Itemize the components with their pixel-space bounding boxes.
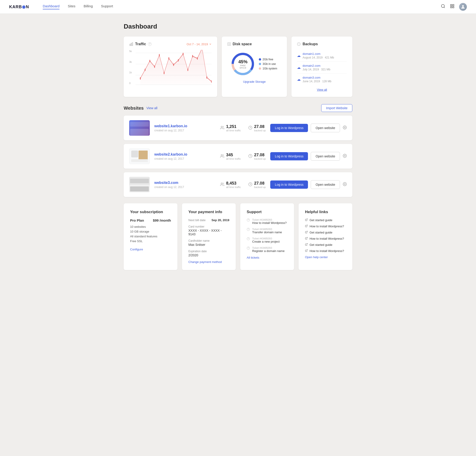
backup-item: ☁ domain3.com June 14, 2019 128 Mb — [297, 74, 347, 85]
support-item-4: Ticket #43485093 Register a domain name — [247, 247, 288, 253]
backups-view-all-link[interactable]: View all — [297, 88, 347, 91]
svg-rect-2 — [451, 5, 452, 6]
backup-domain-3[interactable]: domain3.com — [302, 76, 331, 79]
legend-dot-free — [259, 58, 261, 60]
traffic-card-header: Traffic ? Oct 7 - 14, 2019 — [129, 42, 212, 46]
help-circle-icon-4 — [247, 247, 250, 250]
menu-icon[interactable] — [450, 4, 455, 10]
svg-point-20 — [168, 57, 169, 60]
websites-title: Websites View all — [124, 106, 157, 111]
backups-title: Backups — [297, 42, 318, 46]
helpful-item-2: How to install Wordpress? — [305, 224, 346, 228]
people-icon — [220, 126, 224, 131]
website-3-stats: 8,453 all time traffic 27.08 backed up — [220, 181, 266, 189]
website-2-info: website2.karbon.io created on aug 12, 20… — [154, 152, 216, 160]
svg-point-31 — [229, 44, 230, 45]
support-card: Support Ticket #43485093 How to install … — [240, 203, 294, 270]
legend-item: 2Gb free — [259, 58, 277, 61]
website-1-info: website1.karbon.io created on aug 12, 20… — [154, 124, 216, 132]
legend-item: 1Gb system — [259, 67, 277, 70]
traffic-title: Traffic ? — [129, 42, 152, 46]
website-3-name[interactable]: website3.com — [154, 181, 178, 185]
svg-point-39 — [344, 127, 345, 128]
svg-point-6 — [462, 5, 464, 7]
traffic-stat-2: 345 all time traffic — [220, 153, 241, 160]
traffic-stat-3: 8,453 all time traffic — [220, 181, 241, 189]
svg-point-42 — [344, 155, 345, 156]
svg-point-25 — [192, 55, 193, 57]
helpful-item-4: How to install Wordpress? — [305, 237, 346, 240]
help-circle-icon-2 — [247, 228, 250, 232]
cloud-icon: ☁ — [297, 65, 301, 70]
people-icon-2 — [220, 154, 224, 159]
support-item-2: Ticket #43485093 Transfer domain name — [247, 228, 288, 234]
website-2-name[interactable]: website2.karbon.io — [154, 152, 187, 156]
external-link-icon-6 — [305, 249, 308, 253]
nav-billing[interactable]: Billing — [84, 4, 93, 9]
svg-point-26 — [197, 57, 198, 60]
wordpress-login-btn-3[interactable]: Log in to Wordpress — [270, 181, 308, 189]
settings-btn-1[interactable] — [343, 125, 347, 131]
bar-chart-icon — [129, 42, 133, 46]
svg-point-16 — [149, 60, 150, 62]
nav-right — [441, 3, 467, 11]
svg-rect-3 — [453, 5, 454, 6]
settings-btn-3[interactable] — [343, 182, 347, 187]
website-1-name[interactable]: website1.karbon.io — [154, 124, 187, 128]
support-title: Support — [247, 210, 288, 214]
disk-card-header: Disk space — [227, 42, 282, 46]
svg-point-19 — [164, 72, 165, 74]
backup-icon-1 — [248, 126, 252, 131]
open-website-btn-3[interactable]: Open website — [311, 180, 340, 189]
open-website-btn-1[interactable]: Open website — [311, 124, 340, 132]
backups-card-header: Backups — [297, 42, 347, 46]
configure-link[interactable]: Configure — [130, 248, 143, 251]
website-card-3: website3.com created on aug 12, 2017 8,4… — [124, 172, 352, 197]
website-card-2: website2.karbon.io created on aug 12, 20… — [124, 144, 352, 169]
traffic-card: Traffic ? Oct 7 - 14, 2019 5k 3k 1k 0 — [124, 37, 217, 97]
logo: KARB◉N — [9, 4, 29, 9]
disk-icon — [227, 42, 231, 46]
website-2-stats: 345 all time traffic 27.08 backed up — [220, 153, 266, 160]
payment-title: Your payment info — [188, 210, 229, 214]
backups-card: Backups ☁ domain1.com August 14, 2019 42… — [291, 37, 352, 97]
page-title: Dashboard — [124, 23, 352, 30]
backup-domain-2[interactable]: domain2.com — [302, 64, 330, 67]
nav-dashboard[interactable]: Dashboard — [43, 4, 60, 9]
people-icon-3 — [220, 182, 224, 187]
website-thumb-2 — [129, 149, 150, 164]
traffic-help-icon: ? — [148, 42, 152, 46]
help-circle-icon-1 — [247, 218, 250, 222]
backup-domain-1[interactable]: domain1.com — [302, 52, 334, 56]
settings-btn-2[interactable] — [343, 154, 347, 159]
svg-point-43 — [221, 183, 222, 184]
cardholder-row: Cardholder name Max Snitser — [188, 239, 229, 247]
import-website-button[interactable]: Import Website — [321, 104, 352, 112]
nav-sites[interactable]: Sites — [68, 4, 75, 9]
date-range-selector[interactable]: Oct 7 - 14, 2019 — [187, 42, 212, 46]
wordpress-login-btn-1[interactable]: Log in to Wordpress — [270, 124, 308, 132]
open-help-center-link[interactable]: Open help center — [305, 255, 346, 259]
svg-point-21 — [173, 64, 174, 66]
navbar: KARB◉N Dashboard Sites Billing Support — [0, 0, 476, 14]
avatar[interactable] — [459, 3, 467, 11]
svg-rect-7 — [130, 44, 130, 46]
svg-line-1 — [444, 7, 445, 8]
upgrade-storage-link[interactable]: Upgrade Storage — [227, 80, 282, 83]
svg-point-0 — [442, 5, 444, 8]
wordpress-login-btn-2[interactable]: Log in to Wordpress — [270, 152, 308, 160]
svg-rect-9 — [132, 42, 133, 46]
payment-card: Your payment info Next bill date Sep 20,… — [182, 203, 236, 270]
open-website-btn-2[interactable]: Open website — [311, 152, 340, 161]
change-payment-link[interactable]: Change payment method — [188, 260, 229, 264]
svg-point-24 — [187, 68, 188, 71]
websites-view-all-link[interactable]: View all — [146, 106, 157, 110]
nav-support[interactable]: Support — [101, 4, 113, 9]
all-tickets-link[interactable]: All tickets — [247, 256, 288, 259]
main-content: Dashboard Traffic ? Oct 7 - 14, 2019 5k … — [119, 14, 357, 279]
next-bill-row: Next bill date Sep 20, 2019 — [188, 218, 229, 222]
search-icon[interactable] — [441, 4, 445, 10]
donut-chart: 45% FREE SPACE — [231, 53, 254, 75]
donut-label: 45% FREE SPACE — [237, 59, 248, 69]
svg-point-17 — [154, 65, 155, 68]
